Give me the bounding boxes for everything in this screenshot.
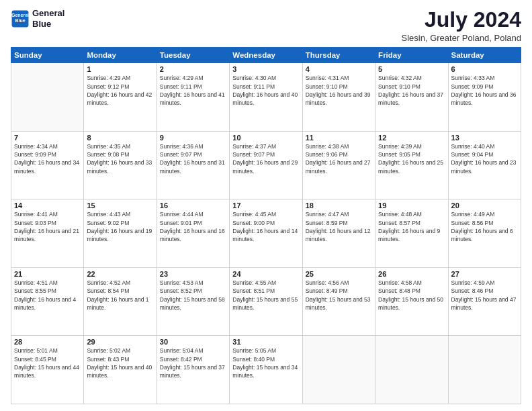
day-number: 3 — [232, 65, 299, 73]
calendar-cell-w5-d7 — [448, 336, 521, 404]
calendar-cell-w2-d6: 12Sunrise: 4:39 AM Sunset: 9:05 PM Dayli… — [375, 131, 448, 199]
day-number: 12 — [378, 134, 445, 142]
col-wednesday: Wednesday — [230, 48, 302, 63]
day-number: 15 — [87, 201, 153, 210]
calendar-cell-w2-d1: 7Sunrise: 4:34 AM Sunset: 9:09 PM Daylig… — [11, 131, 84, 199]
calendar-cell-w3-d1: 14Sunrise: 4:41 AM Sunset: 9:03 PM Dayli… — [11, 199, 84, 268]
day-number: 8 — [87, 134, 153, 142]
sun-info: Sunrise: 5:05 AM Sunset: 8:40 PM Dayligh… — [232, 347, 299, 379]
calendar-header-row: Sunday Monday Tuesday Wednesday Thursday… — [11, 48, 521, 63]
calendar-cell-w3-d3: 16Sunrise: 4:44 AM Sunset: 9:01 PM Dayli… — [157, 199, 229, 268]
day-number: 14 — [14, 201, 81, 210]
calendar-cell-w2-d5: 11Sunrise: 4:38 AM Sunset: 9:06 PM Dayli… — [302, 131, 375, 199]
day-number: 18 — [306, 201, 372, 210]
header: General Blue General Blue July 2024 Sles… — [11, 8, 521, 43]
col-saturday: Saturday — [448, 48, 521, 63]
location: Slesin, Greater Poland, Poland — [402, 33, 522, 43]
day-number: 24 — [232, 270, 299, 278]
sun-info: Sunrise: 4:58 AM Sunset: 8:48 PM Dayligh… — [378, 279, 445, 312]
day-number: 20 — [451, 201, 518, 210]
week-row-4: 21Sunrise: 4:51 AM Sunset: 8:55 PM Dayli… — [11, 267, 521, 336]
sun-info: Sunrise: 4:32 AM Sunset: 9:10 PM Dayligh… — [378, 74, 445, 107]
sun-info: Sunrise: 4:51 AM Sunset: 8:55 PM Dayligh… — [14, 279, 81, 312]
week-row-5: 28Sunrise: 5:01 AM Sunset: 8:45 PM Dayli… — [11, 336, 521, 404]
calendar-cell-w4-d5: 25Sunrise: 4:56 AM Sunset: 8:49 PM Dayli… — [302, 267, 375, 336]
calendar-cell-w3-d4: 17Sunrise: 4:45 AM Sunset: 9:00 PM Dayli… — [230, 199, 302, 268]
calendar-cell-w5-d4: 31Sunrise: 5:05 AM Sunset: 8:40 PM Dayli… — [230, 336, 302, 404]
title-block: July 2024 Slesin, Greater Poland, Poland — [402, 8, 522, 43]
logo-line2: Blue — [32, 19, 64, 30]
calendar-cell-w4-d1: 21Sunrise: 4:51 AM Sunset: 8:55 PM Dayli… — [11, 267, 84, 336]
col-thursday: Thursday — [302, 48, 375, 63]
calendar-cell-w1-d4: 3Sunrise: 4:30 AM Sunset: 9:11 PM Daylig… — [230, 63, 302, 132]
calendar-cell-w3-d6: 19Sunrise: 4:48 AM Sunset: 8:57 PM Dayli… — [375, 199, 448, 268]
col-friday: Friday — [375, 48, 448, 63]
day-number: 11 — [306, 134, 372, 142]
month-year: July 2024 — [402, 8, 522, 32]
calendar-cell-w4-d6: 26Sunrise: 4:58 AM Sunset: 8:48 PM Dayli… — [375, 267, 448, 336]
sun-info: Sunrise: 5:01 AM Sunset: 8:45 PM Dayligh… — [14, 347, 81, 379]
sun-info: Sunrise: 4:30 AM Sunset: 9:11 PM Dayligh… — [232, 74, 299, 107]
calendar-cell-w5-d5 — [302, 336, 375, 404]
sun-info: Sunrise: 4:34 AM Sunset: 9:09 PM Dayligh… — [14, 142, 81, 175]
calendar-cell-w4-d3: 23Sunrise: 4:53 AM Sunset: 8:52 PM Dayli… — [157, 267, 229, 336]
calendar-cell-w5-d6 — [375, 336, 448, 404]
day-number: 23 — [160, 270, 226, 278]
logo-text: General Blue — [32, 8, 64, 29]
sun-info: Sunrise: 4:59 AM Sunset: 8:46 PM Dayligh… — [451, 279, 518, 312]
logo: General Blue General Blue — [11, 8, 64, 29]
calendar-cell-w5-d1: 28Sunrise: 5:01 AM Sunset: 8:45 PM Dayli… — [11, 336, 84, 404]
sun-info: Sunrise: 4:53 AM Sunset: 8:52 PM Dayligh… — [160, 279, 226, 312]
sun-info: Sunrise: 4:55 AM Sunset: 8:51 PM Dayligh… — [232, 279, 299, 312]
sun-info: Sunrise: 4:52 AM Sunset: 8:54 PM Dayligh… — [87, 279, 153, 312]
sun-info: Sunrise: 4:38 AM Sunset: 9:06 PM Dayligh… — [306, 142, 372, 175]
day-number: 17 — [232, 201, 299, 210]
day-number: 29 — [87, 338, 153, 346]
day-number: 7 — [14, 134, 81, 142]
logo-line1: General — [32, 8, 64, 19]
sun-info: Sunrise: 4:43 AM Sunset: 9:02 PM Dayligh… — [87, 210, 153, 243]
sun-info: Sunrise: 4:40 AM Sunset: 9:04 PM Dayligh… — [451, 142, 518, 175]
day-number: 16 — [160, 201, 226, 210]
col-monday: Monday — [84, 48, 157, 63]
calendar-cell-w1-d5: 4Sunrise: 4:31 AM Sunset: 9:10 PM Daylig… — [302, 63, 375, 132]
calendar-cell-w3-d2: 15Sunrise: 4:43 AM Sunset: 9:02 PM Dayli… — [84, 199, 157, 268]
calendar-cell-w1-d3: 2Sunrise: 4:29 AM Sunset: 9:11 PM Daylig… — [157, 63, 229, 132]
sun-info: Sunrise: 4:37 AM Sunset: 9:07 PM Dayligh… — [232, 142, 299, 175]
calendar-cell-w4-d2: 22Sunrise: 4:52 AM Sunset: 8:54 PM Dayli… — [84, 267, 157, 336]
sun-info: Sunrise: 4:29 AM Sunset: 9:12 PM Dayligh… — [87, 74, 153, 107]
logo-icon: General Blue — [11, 9, 30, 28]
svg-text:Blue: Blue — [15, 17, 25, 22]
page: General Blue General Blue July 2024 Sles… — [0, 0, 532, 411]
calendar-cell-w2-d2: 8Sunrise: 4:35 AM Sunset: 9:08 PM Daylig… — [84, 131, 157, 199]
calendar-cell-w1-d2: 1Sunrise: 4:29 AM Sunset: 9:12 PM Daylig… — [84, 63, 157, 132]
day-number: 21 — [14, 270, 81, 278]
calendar-cell-w4-d7: 27Sunrise: 4:59 AM Sunset: 8:46 PM Dayli… — [448, 267, 521, 336]
col-tuesday: Tuesday — [157, 48, 229, 63]
day-number: 28 — [14, 338, 81, 346]
calendar-cell-w4-d4: 24Sunrise: 4:55 AM Sunset: 8:51 PM Dayli… — [230, 267, 302, 336]
day-number: 26 — [378, 270, 445, 278]
sun-info: Sunrise: 5:02 AM Sunset: 8:43 PM Dayligh… — [87, 347, 153, 379]
sun-info: Sunrise: 4:44 AM Sunset: 9:01 PM Dayligh… — [160, 210, 226, 243]
sun-info: Sunrise: 4:39 AM Sunset: 9:05 PM Dayligh… — [378, 142, 445, 175]
calendar-cell-w3-d5: 18Sunrise: 4:47 AM Sunset: 8:59 PM Dayli… — [302, 199, 375, 268]
day-number: 6 — [451, 65, 518, 73]
day-number: 5 — [378, 65, 445, 73]
calendar-cell-w1-d1 — [11, 63, 84, 132]
calendar-cell-w2-d7: 13Sunrise: 4:40 AM Sunset: 9:04 PM Dayli… — [448, 131, 521, 199]
sun-info: Sunrise: 4:41 AM Sunset: 9:03 PM Dayligh… — [14, 210, 81, 243]
day-number: 31 — [232, 338, 299, 346]
sun-info: Sunrise: 4:48 AM Sunset: 8:57 PM Dayligh… — [378, 210, 445, 243]
sun-info: Sunrise: 4:31 AM Sunset: 9:10 PM Dayligh… — [306, 74, 372, 107]
week-row-3: 14Sunrise: 4:41 AM Sunset: 9:03 PM Dayli… — [11, 199, 521, 268]
calendar-cell-w5-d2: 29Sunrise: 5:02 AM Sunset: 8:43 PM Dayli… — [84, 336, 157, 404]
calendar-cell-w1-d6: 5Sunrise: 4:32 AM Sunset: 9:10 PM Daylig… — [375, 63, 448, 132]
day-number: 9 — [160, 134, 226, 142]
sun-info: Sunrise: 4:36 AM Sunset: 9:07 PM Dayligh… — [160, 142, 226, 175]
day-number: 4 — [306, 65, 372, 73]
day-number: 27 — [451, 270, 518, 278]
sun-info: Sunrise: 4:33 AM Sunset: 9:09 PM Dayligh… — [451, 74, 518, 107]
calendar-cell-w2-d3: 9Sunrise: 4:36 AM Sunset: 9:07 PM Daylig… — [157, 131, 229, 199]
day-number: 19 — [378, 201, 445, 210]
